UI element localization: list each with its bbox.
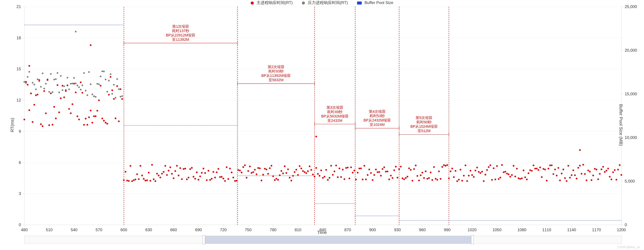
svg-point-237 [156,173,158,174]
svg-point-173 [50,92,52,94]
svg-point-504 [599,173,600,175]
svg-point-247 [173,177,174,179]
svg-text:1170: 1170 [592,228,601,232]
svg-point-111 [48,91,50,92]
svg-point-317 [289,177,290,178]
legend[interactable]: 主进程响应时间(RT) 压力进程响应时间(RT) Buffer Pool Siz… [0,0,644,5]
svg-point-155 [121,95,123,97]
svg-point-266 [204,172,206,174]
legend-item-main-rt[interactable]: 主进程响应时间(RT) [251,0,293,5]
svg-point-206 [105,122,106,124]
svg-text:3: 3 [19,191,21,196]
svg-point-397 [422,172,423,174]
svg-point-109 [45,83,47,84]
svg-point-469 [541,176,542,178]
svg-point-396 [420,174,422,176]
svg-text:至11392M: 至11392M [172,38,189,42]
svg-point-126 [73,77,75,79]
plot-area[interactable]: 4805105405706006306606907207507808108408… [24,7,621,225]
svg-point-280 [228,178,229,180]
legend-item-pressure-rt[interactable]: 压力进程响应时间(RT) [302,0,348,5]
svg-point-228 [141,175,143,176]
svg-text:18: 18 [16,36,21,40]
svg-point-345 [335,164,337,166]
x-range-slider[interactable] [24,236,622,244]
svg-text:990: 990 [444,228,451,232]
svg-point-220 [128,180,130,182]
svg-point-327 [306,172,307,174]
svg-point-252 [181,178,183,180]
svg-point-190 [78,118,80,120]
legend-item-buffer-pool[interactable]: Buffer Pool Size [357,0,393,5]
svg-point-271 [212,171,214,173]
svg-point-410 [443,164,445,166]
svg-point-336 [320,170,322,171]
svg-point-425 [468,175,470,176]
svg-point-200 [95,115,96,117]
svg-point-414 [450,170,451,172]
svg-point-148 [110,73,111,75]
svg-point-408 [440,178,442,180]
svg-point-184 [68,108,70,110]
svg-point-318 [290,180,292,182]
svg-point-389 [408,168,410,169]
svg-point-264 [201,172,202,174]
svg-point-338 [324,176,325,178]
svg-point-326 [304,171,306,173]
svg-point-406 [436,179,438,180]
svg-point-403 [432,179,433,181]
svg-text:810: 810 [295,228,301,232]
svg-point-259 [193,176,194,178]
svg-point-210 [111,90,113,91]
svg-point-453 [514,176,516,177]
range-slider-handle-right[interactable] [471,235,474,244]
svg-point-114 [53,79,55,80]
svg-point-413 [448,178,450,179]
svg-text:耗时93秒: 耗时93秒 [268,69,284,73]
svg-point-321 [296,169,297,170]
svg-text:480: 480 [21,228,28,232]
svg-point-296 [254,169,256,171]
svg-point-487 [571,174,572,176]
svg-point-468 [539,166,541,168]
svg-text:1050: 1050 [492,228,502,232]
svg-point-506 [602,166,604,168]
svg-point-390 [410,169,412,171]
svg-point-249 [176,165,178,166]
svg-point-344 [334,170,335,172]
svg-point-273 [216,172,218,173]
svg-point-130 [80,89,82,90]
svg-text:510: 510 [46,228,52,232]
svg-point-458 [523,170,524,171]
svg-point-185 [70,112,72,114]
svg-point-375 [385,171,387,172]
svg-point-286 [238,169,239,171]
svg-point-290 [244,164,246,166]
svg-point-183 [66,84,68,86]
svg-point-489 [574,174,576,176]
svg-point-373 [382,168,384,170]
svg-text:660: 660 [170,228,177,232]
svg-point-270 [211,178,212,180]
svg-point-133 [85,90,86,92]
svg-point-369 [375,168,377,170]
svg-point-465 [534,168,536,170]
svg-text:20,000: 20,000 [625,48,637,52]
svg-point-101 [32,82,33,84]
svg-point-418 [456,180,458,182]
svg-point-103 [35,88,37,90]
svg-point-139 [95,96,96,98]
svg-point-253 [183,168,184,170]
svg-point-276 [221,176,222,178]
svg-point-283 [232,177,234,178]
svg-point-117 [58,92,60,93]
svg-point-478 [556,175,558,176]
svg-point-134 [86,94,88,96]
svg-point-335 [319,175,320,177]
svg-point-303 [266,168,267,170]
svg-text:第3次缩容: 第3次缩容 [326,105,343,110]
svg-point-143 [102,70,103,72]
svg-point-446 [503,171,504,173]
range-slider-handle-left[interactable] [202,235,205,244]
svg-point-127 [75,82,77,84]
